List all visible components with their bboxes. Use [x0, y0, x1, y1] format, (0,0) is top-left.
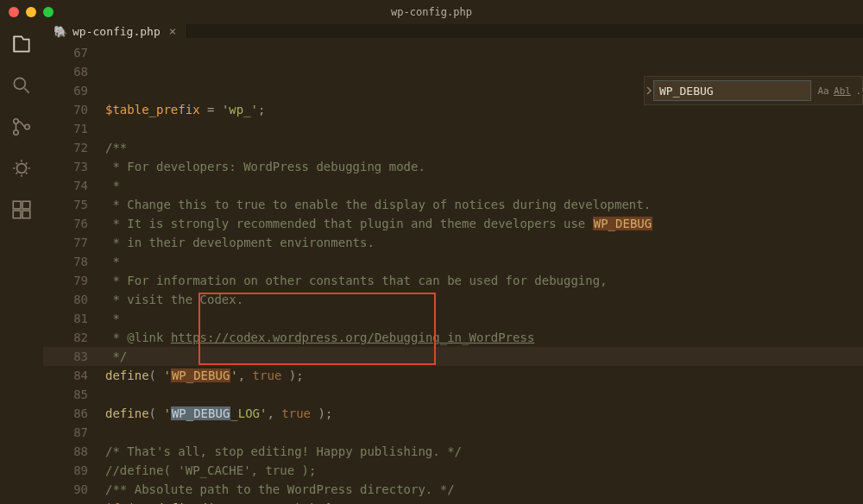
- code-line[interactable]: [105, 385, 863, 404]
- code-line[interactable]: *: [105, 176, 863, 195]
- php-icon: 🐘: [54, 25, 67, 38]
- line-number: 87: [43, 423, 88, 442]
- tab-bar: 🐘 wp-config.php ×: [43, 24, 863, 38]
- line-number: 73: [43, 157, 88, 176]
- code-line[interactable]: //define( 'WP_CACHE', true );: [105, 461, 863, 480]
- explorer-icon[interactable]: [10, 33, 33, 55]
- code-line[interactable]: * It is strongly recommended that plugin…: [105, 214, 863, 233]
- code-line[interactable]: /**: [105, 138, 863, 157]
- line-number: 90: [43, 480, 88, 499]
- editor[interactable]: 6768697071727374757677787980818283848586…: [43, 38, 863, 504]
- svg-point-1: [14, 119, 18, 123]
- code-line[interactable]: [105, 423, 863, 442]
- search-icon[interactable]: [10, 74, 33, 97]
- line-number: 84: [43, 366, 88, 385]
- svg-point-4: [17, 164, 27, 173]
- svg-point-2: [14, 130, 18, 135]
- line-number: 78: [43, 252, 88, 271]
- svg-point-0: [14, 78, 25, 89]
- line-number: 86: [43, 404, 88, 423]
- code-line[interactable]: */: [105, 347, 863, 366]
- debug-icon[interactable]: [10, 157, 33, 180]
- titlebar: wp-config.php: [0, 0, 863, 24]
- code-line[interactable]: *: [105, 252, 863, 271]
- code-line[interactable]: * visit the Codex.: [105, 290, 863, 309]
- extensions-icon[interactable]: [10, 198, 33, 221]
- code-line[interactable]: *: [105, 309, 863, 328]
- code-line[interactable]: /** Absolute path to the WordPress direc…: [105, 480, 863, 499]
- close-button[interactable]: [9, 7, 19, 17]
- code-line[interactable]: * Change this to true to enable the disp…: [105, 195, 863, 214]
- line-number: 70: [43, 100, 88, 119]
- line-number: 76: [43, 214, 88, 233]
- line-number: 74: [43, 176, 88, 195]
- svg-rect-5: [13, 201, 21, 209]
- line-number: 81: [43, 309, 88, 328]
- source-control-icon[interactable]: [10, 116, 33, 138]
- activity-bar: [0, 24, 43, 504]
- find-widget: Aa Abl .*: [644, 76, 863, 105]
- line-number: 89: [43, 461, 88, 480]
- find-input[interactable]: [653, 80, 811, 101]
- line-number: 71: [43, 119, 88, 138]
- minimize-button[interactable]: [26, 7, 36, 17]
- line-number: 72: [43, 138, 88, 157]
- svg-rect-7: [22, 211, 30, 218]
- toggle-replace-icon[interactable]: [645, 77, 653, 104]
- window-title: wp-config.php: [391, 6, 472, 18]
- code-line[interactable]: * For developers: WordPress debugging mo…: [105, 157, 863, 176]
- tab-wp-config[interactable]: 🐘 wp-config.php ×: [43, 24, 187, 38]
- line-number: 80: [43, 290, 88, 309]
- window-controls: [9, 7, 54, 17]
- svg-rect-6: [13, 211, 21, 218]
- line-number: 75: [43, 195, 88, 214]
- code-area[interactable]: $table_prefix = 'wp_';/** * For develope…: [105, 38, 863, 504]
- match-case-icon[interactable]: Aa: [815, 82, 832, 99]
- line-number: 77: [43, 233, 88, 252]
- code-line[interactable]: [105, 119, 863, 138]
- regex-icon[interactable]: .*: [853, 82, 863, 99]
- tab-label: wp-config.php: [72, 25, 161, 38]
- svg-point-3: [25, 124, 29, 129]
- code-line[interactable]: define( 'WP_DEBUG_LOG', true );: [105, 404, 863, 423]
- code-line[interactable]: * @link https://codex.wordpress.org/Debu…: [105, 328, 863, 347]
- code-line[interactable]: define( 'WP_DEBUG', true );: [105, 366, 863, 385]
- line-number: 67: [43, 43, 88, 62]
- line-number: 82: [43, 328, 88, 347]
- line-number: 88: [43, 442, 88, 461]
- line-gutter: 6768697071727374757677787980818283848586…: [43, 38, 105, 504]
- code-line[interactable]: * in their development environments.: [105, 233, 863, 252]
- close-icon[interactable]: ×: [169, 24, 176, 38]
- code-line[interactable]: /* That's all, stop editing! Happy publi…: [105, 442, 863, 461]
- line-number: 79: [43, 271, 88, 290]
- svg-rect-8: [22, 201, 30, 209]
- line-number: 68: [43, 62, 88, 81]
- line-number: 85: [43, 385, 88, 404]
- code-line[interactable]: * For information on other constants tha…: [105, 271, 863, 290]
- line-number: 69: [43, 81, 88, 100]
- match-word-icon[interactable]: Abl: [834, 82, 851, 99]
- code-line[interactable]: if ( ! defined( 'ABSPATH' ) ) {: [105, 499, 863, 504]
- maximize-button[interactable]: [43, 7, 54, 17]
